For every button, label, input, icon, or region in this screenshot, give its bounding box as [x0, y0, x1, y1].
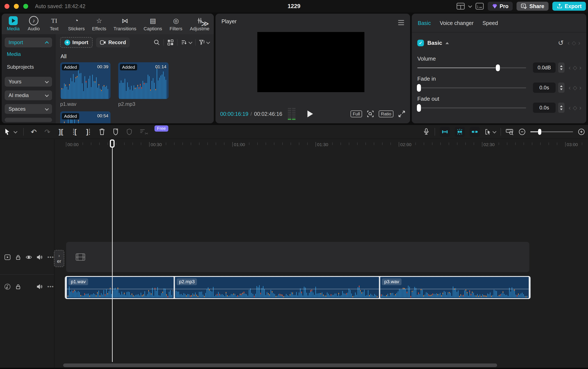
fade-in-stepper[interactable] — [558, 82, 565, 93]
fade-out-slider[interactable] — [417, 107, 526, 108]
audio-clips-group-selected[interactable]: p1.wavp2.mp3p3.wav — [65, 276, 531, 299]
search-icon[interactable] — [154, 39, 160, 46]
prev-keyframe-icon[interactable]: ‹ — [568, 84, 571, 91]
sidebar-group-ai-media[interactable]: AI media — [5, 91, 52, 100]
smart-tools-ai-icon[interactable]: AI — [112, 128, 119, 135]
volume-value[interactable]: 0.0dB — [533, 62, 556, 73]
tab-effects[interactable]: ☆ Effects — [88, 16, 110, 31]
delete-left-icon[interactable]: [ — [71, 128, 78, 136]
fade-out-stepper[interactable] — [558, 102, 565, 113]
tab-captions[interactable]: ▤ Captions — [140, 16, 166, 31]
keyframe-diamond-icon[interactable]: ◇ — [573, 64, 577, 71]
record-voiceover-icon[interactable] — [423, 128, 430, 136]
import-button[interactable]: + Import — [60, 37, 93, 48]
sidebar-group-clipped[interactable] — [5, 118, 52, 122]
track-more-icon[interactable]: ••• — [47, 284, 54, 290]
sidebar-item-subprojects[interactable]: Subprojects — [7, 64, 55, 70]
video-preview[interactable] — [257, 32, 364, 92]
media-item-p1[interactable]: Added 00:39 p1.wav — [60, 62, 111, 107]
preview-axis-toggle[interactable] — [455, 127, 465, 137]
select-tool-chevron-icon[interactable] — [13, 130, 17, 133]
keyframe-diamond-icon[interactable]: ◇ — [573, 104, 577, 111]
keyframe-diamond-icon[interactable]: ◇ — [573, 84, 577, 91]
tab-speed[interactable]: Speed — [483, 20, 498, 26]
timeline-zoom-slider[interactable] — [530, 131, 573, 132]
pro-button[interactable]: Pro — [488, 2, 513, 11]
fullscreen-icon[interactable] — [398, 110, 405, 118]
slider-handle[interactable] — [538, 129, 541, 135]
ratio-button[interactable]: Ratio — [379, 111, 393, 117]
mute-track-icon[interactable] — [36, 284, 43, 290]
share-button[interactable]: Share — [516, 2, 548, 11]
play-button[interactable] — [308, 111, 313, 117]
media-item-p3[interactable]: Added 00:54 — [60, 111, 111, 123]
next-keyframe-icon[interactable]: › — [579, 84, 581, 91]
slider-handle[interactable] — [496, 64, 500, 71]
tab-voice-changer[interactable]: Voice changer — [440, 20, 474, 26]
shield-icon[interactable] — [126, 128, 133, 135]
layout-chevron-icon[interactable] — [468, 4, 472, 8]
timeline-clip-p1.wav[interactable]: p1.wav — [67, 277, 174, 298]
slider-handle[interactable] — [417, 104, 421, 112]
tab-audio[interactable]: ♪ Audio — [23, 16, 44, 31]
delete-icon[interactable] — [98, 128, 106, 135]
grid-view-icon[interactable] — [167, 39, 174, 46]
timeline-clip-p2.mp3[interactable]: p2.mp3 — [175, 277, 379, 298]
expand-tabs-icon[interactable]: ≫ — [201, 19, 209, 28]
auto-snap-toggle[interactable] — [440, 127, 450, 137]
tab-media[interactable]: Media — [3, 16, 23, 31]
hide-track-icon[interactable] — [26, 254, 32, 260]
select-tool-icon[interactable] — [3, 128, 11, 135]
volume-stepper[interactable] — [558, 62, 565, 73]
undo-icon[interactable]: ↶ — [30, 128, 37, 135]
notes-panel-icon[interactable] — [475, 3, 484, 10]
cover-button-clipped[interactable]: › er — [54, 250, 64, 267]
fade-out-value[interactable]: 0.0s — [533, 102, 556, 113]
keyframe-diamond-icon[interactable]: ◇ — [572, 40, 576, 46]
fade-in-value[interactable]: 0.0s — [533, 82, 556, 93]
delete-right-icon[interactable]: ] — [85, 128, 92, 136]
zoom-in-icon[interactable] — [578, 128, 585, 135]
playhead-handle[interactable] — [110, 140, 114, 148]
link-clips-toggle[interactable] — [470, 127, 480, 137]
timeline-ruler[interactable]: 00:0000:3001:0001:3002:0002:3003:00 — [0, 139, 588, 150]
zoom-window-button[interactable] — [23, 4, 28, 9]
tab-basic[interactable]: Basic — [418, 20, 431, 26]
cursor-mode-dropdown[interactable] — [485, 128, 496, 135]
zoom-preview-icon[interactable] — [367, 110, 374, 118]
reset-icon[interactable]: ↺ — [558, 40, 564, 46]
full-preview-button[interactable]: Full — [351, 111, 362, 117]
next-keyframe-icon[interactable]: › — [578, 39, 580, 47]
horizontal-scrollbar[interactable] — [63, 363, 497, 367]
sidebar-group-yours[interactable]: Yours — [5, 77, 52, 87]
player-menu-icon[interactable] — [398, 20, 404, 25]
media-item-p2[interactable]: Added 01:14 p2.mp3 — [118, 62, 169, 107]
lock-track-icon[interactable] — [15, 284, 21, 290]
tab-transitions[interactable]: ⋈ Transitions — [110, 16, 140, 31]
close-window-button[interactable] — [4, 4, 9, 9]
collapse-section-icon[interactable] — [445, 42, 449, 44]
volume-slider[interactable] — [417, 67, 526, 68]
export-button[interactable]: Export — [552, 2, 586, 11]
slider-handle[interactable] — [417, 84, 421, 92]
basic-enabled-checkbox[interactable]: ✓ — [417, 40, 424, 46]
track-more-icon[interactable]: ••• — [47, 254, 54, 260]
next-keyframe-icon[interactable]: › — [579, 104, 581, 111]
prev-keyframe-icon[interactable]: ‹ — [568, 104, 571, 111]
tab-stickers[interactable]: ◔ Stickers — [64, 16, 88, 31]
prev-keyframe-icon[interactable]: ‹ — [568, 64, 571, 71]
record-button[interactable]: Record — [96, 38, 130, 47]
prev-keyframe-icon[interactable]: ‹ — [567, 39, 570, 47]
tab-filters[interactable]: ◎ Filters — [166, 16, 186, 31]
main-video-track-placeholder[interactable] — [66, 242, 529, 272]
next-keyframe-icon[interactable]: › — [579, 64, 581, 71]
tab-text[interactable]: TI Text — [44, 16, 64, 31]
redo-icon[interactable]: ↷ — [44, 128, 51, 135]
timeline-clip-p3.wav[interactable]: p3.wav — [380, 277, 529, 298]
split-icon[interactable]: ][ — [57, 128, 65, 136]
sidebar-item-media[interactable]: Media — [7, 51, 55, 57]
mute-track-icon[interactable] — [36, 254, 43, 260]
sort-dropdown[interactable] — [181, 39, 192, 46]
sidebar-item-import[interactable]: Import — [5, 38, 52, 47]
zoom-out-icon[interactable] — [518, 128, 526, 135]
